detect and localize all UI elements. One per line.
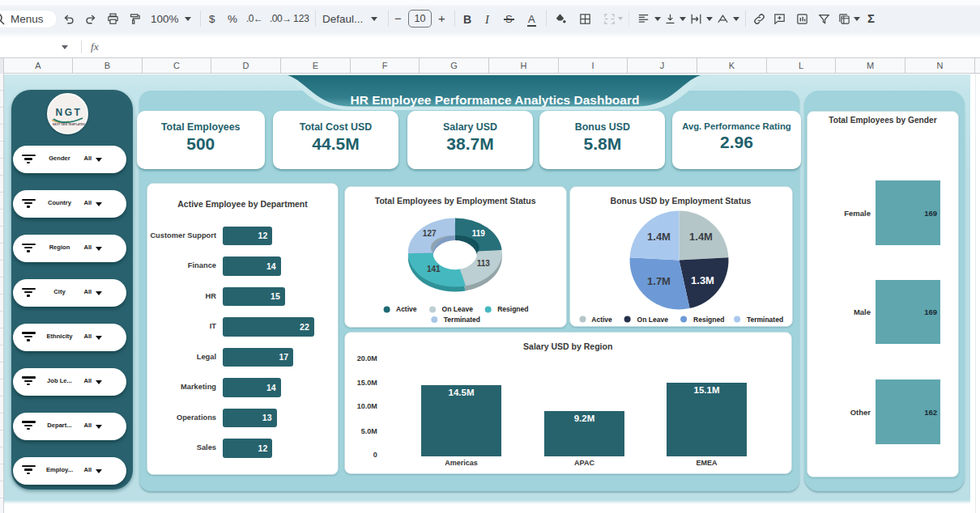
svg-text:1.3M: 1.3M: [691, 274, 714, 286]
svg-text:On Leave: On Leave: [637, 315, 668, 323]
svg-text:1.7M: 1.7M: [647, 275, 671, 287]
svg-text:127: 127: [423, 229, 437, 238]
svg-text:1.4M: 1.4M: [647, 231, 671, 243]
svg-text:119: 119: [471, 228, 485, 237]
svg-text:Resigned: Resigned: [497, 305, 528, 313]
svg-text:1.4M: 1.4M: [689, 231, 713, 243]
svg-text:HR Employee Performance Analyt: HR Employee Performance Analytics Dashbo…: [351, 93, 640, 107]
svg-text:Active: Active: [591, 315, 612, 323]
svg-text:Active: Active: [396, 305, 417, 313]
svg-text:Terminated: Terminated: [746, 315, 782, 323]
svg-text:113: 113: [476, 258, 490, 267]
svg-text:On Leave: On Leave: [441, 305, 473, 313]
svg-text:Terminated: Terminated: [443, 315, 479, 323]
svg-text:141: 141: [427, 265, 441, 273]
svg-text:Resigned: Resigned: [693, 315, 724, 323]
